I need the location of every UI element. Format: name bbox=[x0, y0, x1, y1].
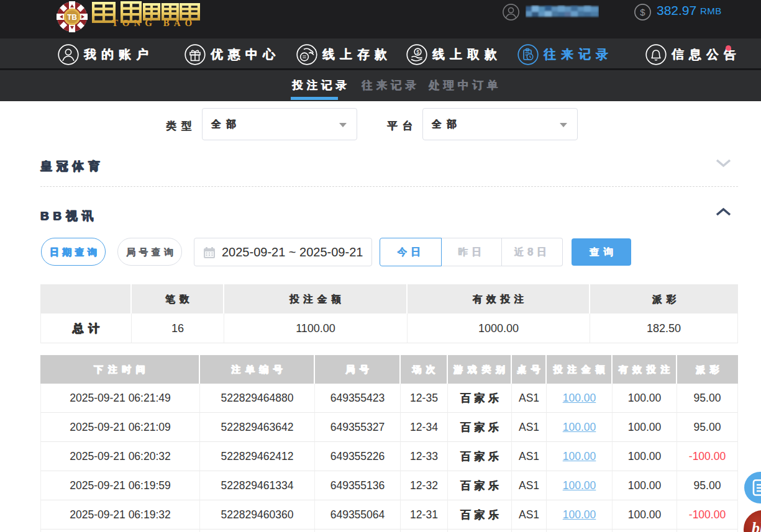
svg-text:TB: TB bbox=[67, 13, 77, 22]
svg-text:$: $ bbox=[416, 49, 419, 55]
svg-text:$: $ bbox=[640, 7, 645, 17]
